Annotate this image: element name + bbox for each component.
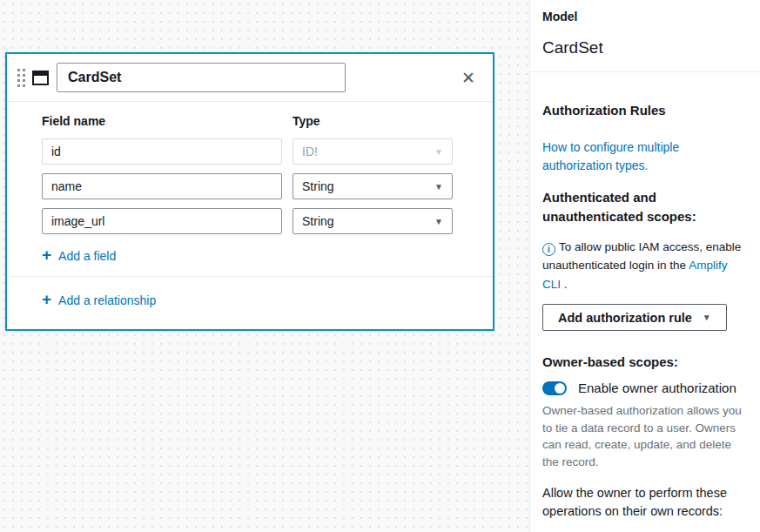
- model-card-body: Field name Type ID! ▼ String ▼ String: [7, 102, 493, 329]
- chevron-down-icon: ▼: [434, 147, 443, 157]
- add-authorization-rule-label: Add authorization rule: [558, 311, 692, 325]
- close-icon[interactable]: ✕: [460, 68, 477, 88]
- authorization-rules-heading: Authorization Rules: [542, 101, 743, 119]
- add-relationship-link[interactable]: + Add a relationship: [42, 293, 156, 307]
- type-select-value: ID!: [302, 145, 318, 158]
- iam-note-suffix: .: [561, 278, 568, 291]
- column-header-type: Type: [293, 114, 453, 130]
- chevron-down-icon: ▼: [434, 217, 443, 226]
- type-select-image-url[interactable]: String ▼: [293, 208, 453, 234]
- type-select-id: ID! ▼: [293, 138, 453, 165]
- configure-authorization-link[interactable]: How to configure multiple authorization …: [542, 138, 743, 175]
- field-name-input-image-url[interactable]: [42, 208, 282, 234]
- toggle-knob: [555, 383, 565, 394]
- type-select-value: String: [302, 179, 334, 193]
- field-name-input-id: [42, 138, 282, 165]
- model-label: Model: [542, 10, 743, 24]
- enable-owner-authorization-label: Enable owner authorization: [578, 380, 736, 395]
- column-header-field-name: Field name: [42, 114, 282, 130]
- info-icon: i: [542, 243, 555, 256]
- add-relationship-label: Add a relationship: [58, 293, 156, 307]
- operations-prompt: Allow the owner to perform these operati…: [542, 484, 743, 521]
- model-card-header: ✕: [7, 54, 493, 102]
- drag-handle-icon[interactable]: [17, 69, 25, 87]
- enable-owner-authorization-toggle[interactable]: [542, 381, 567, 395]
- model-window-icon: [32, 71, 49, 85]
- chevron-down-icon: ▼: [703, 313, 711, 322]
- model-card-cardset: ✕ Field name Type ID! ▼ String ▼: [5, 52, 494, 331]
- model-settings-panel: Model CardSet Authorization Rules How to…: [529, 0, 760, 532]
- plus-icon: +: [42, 246, 51, 263]
- type-select-name[interactable]: String ▼: [293, 173, 453, 199]
- type-select-value: String: [302, 214, 334, 228]
- owner-authorization-description: Owner-based authorization allows you to …: [542, 402, 743, 470]
- model-name: CardSet: [542, 38, 743, 57]
- owner-scopes-heading: Owner-based scopes:: [542, 354, 743, 369]
- add-authorization-rule-button[interactable]: Add authorization rule ▼: [542, 304, 727, 331]
- add-field-link[interactable]: + Add a field: [42, 248, 116, 263]
- iam-access-note: iTo allow public IAM access, enable unau…: [542, 238, 743, 294]
- chevron-down-icon: ▼: [434, 182, 443, 192]
- panel-divider: [530, 71, 760, 72]
- data-model-canvas: ✕ Field name Type ID! ▼ String ▼: [0, 0, 529, 532]
- model-title-input[interactable]: [57, 63, 346, 92]
- field-name-input-name[interactable]: [42, 173, 282, 199]
- authenticated-scopes-heading: Authenticated and unauthenticated scopes…: [542, 188, 743, 226]
- plus-icon: +: [42, 291, 51, 307]
- add-field-label: Add a field: [58, 249, 116, 263]
